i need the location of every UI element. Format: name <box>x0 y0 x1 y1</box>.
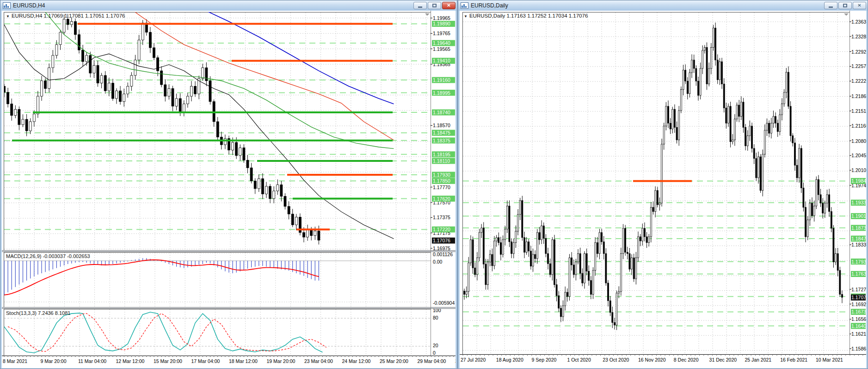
close-icon: ✕ <box>857 3 861 8</box>
svg-text:1.21160: 1.21160 <box>851 123 866 129</box>
svg-text:24 Mar 12:00: 24 Mar 12:00 <box>342 358 371 364</box>
svg-text:1.17930: 1.17930 <box>433 172 450 178</box>
svg-text:1.23280: 1.23280 <box>851 34 866 39</box>
svg-text:1.19640: 1.19640 <box>433 40 450 46</box>
svg-text:1.22570: 1.22570 <box>851 63 866 69</box>
svg-text:1.17930: 1.17930 <box>851 259 866 264</box>
svg-text:1.17770: 1.17770 <box>433 184 450 190</box>
chart-window-daily: EURUSD,Daily ✕ ▼EURUSD,Daily 1.17163 1.1… <box>458 0 868 369</box>
svg-text:11 Mar 04:00: 11 Mar 04:00 <box>78 358 106 364</box>
svg-text:23 Oct 2020: 23 Oct 2020 <box>603 357 629 363</box>
svg-text:1.16210: 1.16210 <box>851 331 866 337</box>
chart-window-h4: EURUSD,H4 ✕ ▼EURUSD,H4 1.17069 1.17081 1… <box>0 0 457 369</box>
svg-text:29 Mar 04:00: 29 Mar 04:00 <box>418 358 446 364</box>
mdi-workspace: EURUSD,H4 ✕ ▼EURUSD,H4 1.17069 1.17081 1… <box>0 0 868 369</box>
svg-text:31 Dec 2020: 31 Dec 2020 <box>709 357 737 363</box>
svg-text:1.22920: 1.22920 <box>851 49 866 55</box>
svg-text:1.16735: 1.16735 <box>851 309 866 314</box>
svg-text:1.18740: 1.18740 <box>433 110 450 115</box>
svg-text:1.20450: 1.20450 <box>851 153 866 158</box>
svg-text:1.18110: 1.18110 <box>433 158 450 164</box>
svg-text:1.17375: 1.17375 <box>433 215 450 220</box>
svg-text:0.00: 0.00 <box>433 259 443 264</box>
svg-text:30 Mar 12:00: 30 Mar 12:00 <box>455 358 456 364</box>
minimize-icon <box>829 6 833 8</box>
svg-text:1.19965: 1.19965 <box>433 15 450 21</box>
chart-icon <box>461 2 468 9</box>
svg-text:1.17850: 1.17850 <box>433 178 450 184</box>
svg-text:18 Mar 12:00: 18 Mar 12:00 <box>229 358 258 364</box>
chart-client-area: ▼EURUSD,Daily 1.17163 1.17252 1.17034 1.… <box>458 11 868 369</box>
svg-text:-0.005904: -0.005904 <box>433 300 455 306</box>
svg-text:1.18730: 1.18730 <box>851 225 866 231</box>
dropdown-arrow-icon: ▼ <box>464 14 468 18</box>
svg-text:1.23630: 1.23630 <box>851 19 866 25</box>
titlebar[interactable]: EURUSD,H4 ✕ <box>0 0 457 11</box>
svg-text:8 Mar 2021: 8 Mar 2021 <box>3 358 27 364</box>
svg-text:1.19160: 1.19160 <box>433 77 450 83</box>
svg-text:1.18995: 1.18995 <box>433 90 450 96</box>
svg-text:16 Nov 2020: 16 Nov 2020 <box>638 357 666 363</box>
svg-text:9 Mar 20:00: 9 Mar 20:00 <box>41 358 67 364</box>
svg-text:17 Mar 04:00: 17 Mar 04:00 <box>191 358 220 364</box>
svg-text:1.17635: 1.17635 <box>851 271 866 277</box>
svg-text:0: 0 <box>433 350 436 356</box>
svg-text:19 Mar 20:00: 19 Mar 20:00 <box>267 358 295 364</box>
svg-text:1.17270: 1.17270 <box>851 287 866 292</box>
svg-text:1.16920: 1.16920 <box>851 301 866 307</box>
svg-text:1.18330: 1.18330 <box>851 242 866 247</box>
dropdown-arrow-icon: ▼ <box>6 14 10 18</box>
chart-client-area: ▼EURUSD,H4 1.17069 1.17081 1.17051 1.170… <box>0 11 457 369</box>
titlebar[interactable]: EURUSD,Daily ✕ <box>458 0 868 11</box>
chart-icon <box>3 2 11 9</box>
svg-text:15 Mar 20:00: 15 Mar 20:00 <box>154 358 182 364</box>
window-title: EURUSD,Daily <box>471 2 824 9</box>
svg-text:1.19765: 1.19765 <box>433 31 450 36</box>
close-button[interactable]: ✕ <box>853 2 866 9</box>
svg-text:1.15860: 1.15860 <box>851 346 866 351</box>
svg-text:80: 80 <box>433 315 438 320</box>
svg-text:25 Jan 2021: 25 Jan 2021 <box>745 357 771 363</box>
minimize-icon <box>418 6 422 8</box>
stoch-indicator-label: Stoch(13,3,3) 7.2436 8.1081 <box>6 310 70 316</box>
close-button[interactable]: ✕ <box>442 2 456 9</box>
restore-icon <box>432 4 437 7</box>
svg-text:1.19410: 1.19410 <box>433 58 450 63</box>
svg-text:1.19330: 1.19330 <box>851 200 866 205</box>
svg-text:27 Jul 2020: 27 Jul 2020 <box>461 357 486 363</box>
svg-text:1.20100: 1.20100 <box>851 167 866 173</box>
close-icon: ✕ <box>447 3 450 8</box>
chart-info-line[interactable]: ▼EURUSD,H4 1.17069 1.17081 1.17051 1.170… <box>6 13 125 18</box>
svg-text:1.17220: 1.17220 <box>433 227 450 232</box>
minimize-button[interactable] <box>413 2 427 9</box>
chart-canvas-daily[interactable]: 1.236301.232801.229201.225701.222201.218… <box>460 11 866 368</box>
window-title: EURUSD,H4 <box>13 2 413 9</box>
svg-text:1.19845: 1.19845 <box>851 178 866 184</box>
svg-text:1.17620: 1.17620 <box>433 196 450 202</box>
svg-text:1.16975: 1.16975 <box>433 246 450 251</box>
macd-indicator-label: MACD(12,26,9) -0.003037 -0.002653 <box>6 253 90 259</box>
svg-text:8 Dec 2020: 8 Dec 2020 <box>674 357 699 363</box>
restore-button[interactable] <box>428 2 441 9</box>
svg-text:1.20800: 1.20800 <box>851 138 866 144</box>
svg-text:1.21860: 1.21860 <box>851 93 866 99</box>
svg-text:1.18570: 1.18570 <box>433 123 450 128</box>
chart-info-line[interactable]: ▼EURUSD,Daily 1.17163 1.17252 1.17034 1.… <box>464 13 588 18</box>
svg-text:1.16560: 1.16560 <box>851 316 866 322</box>
restore-button[interactable] <box>838 2 852 9</box>
svg-text:1.19890: 1.19890 <box>433 21 450 26</box>
svg-text:1.19565: 1.19565 <box>433 46 450 52</box>
svg-text:1.18475: 1.18475 <box>851 236 866 241</box>
svg-text:9 Sep 2020: 9 Sep 2020 <box>532 357 557 363</box>
svg-text:0.001126: 0.001126 <box>433 252 453 257</box>
svg-text:1.19010: 1.19010 <box>851 213 866 219</box>
svg-text:1.18195: 1.18195 <box>433 152 450 157</box>
minimize-button[interactable] <box>824 2 837 9</box>
svg-text:20: 20 <box>433 343 438 348</box>
restore-icon <box>843 4 847 7</box>
svg-text:1 Oct 2020: 1 Oct 2020 <box>567 357 591 363</box>
svg-text:25 Mar 20:00: 25 Mar 20:00 <box>380 358 408 364</box>
svg-text:12 Mar 12:00: 12 Mar 12:00 <box>116 358 145 364</box>
svg-text:1.18475: 1.18475 <box>433 130 450 135</box>
svg-text:16 Feb 2021: 16 Feb 2021 <box>780 357 807 363</box>
